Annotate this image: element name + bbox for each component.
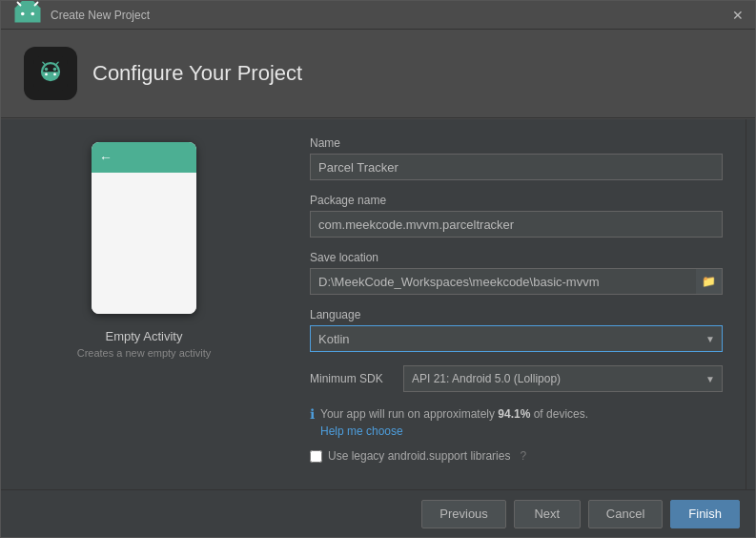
- package-group: Package name: [310, 194, 723, 238]
- close-button[interactable]: ✕: [730, 8, 746, 23]
- language-select[interactable]: Java Kotlin: [310, 325, 723, 352]
- package-label: Package name: [310, 194, 723, 207]
- previous-button[interactable]: Previous: [421, 500, 506, 528]
- scrollbar-column: [746, 119, 755, 489]
- phone-top-bar: ←: [92, 142, 196, 173]
- help-me-choose-link[interactable]: Help me choose: [320, 423, 588, 440]
- sdk-group: Minimum SDK API 16: Android 4.1 (Jelly B…: [310, 365, 723, 392]
- info-icon: ℹ: [310, 406, 315, 422]
- hint-post: of devices.: [530, 407, 588, 421]
- activity-description: Creates a new empty activity: [77, 347, 212, 359]
- sdk-label: Minimum SDK: [310, 372, 396, 385]
- svg-point-1: [21, 11, 25, 15]
- next-button[interactable]: Next: [514, 500, 581, 528]
- android-studio-logo: [33, 56, 68, 91]
- sdk-select-wrap: API 16: Android 4.1 (Jelly Bean) API 17:…: [403, 365, 723, 392]
- hint-pre: Your app will run on approximately: [320, 407, 498, 421]
- phone-preview: ←: [92, 142, 196, 314]
- finish-button[interactable]: Finish: [670, 500, 740, 528]
- back-arrow-icon: ←: [99, 150, 112, 165]
- sdk-row: Minimum SDK API 16: Android 4.1 (Jelly B…: [310, 365, 723, 392]
- hint-percentage: 94.1%: [498, 407, 530, 421]
- header: Configure Your Project: [1, 30, 755, 118]
- legacy-checkbox[interactable]: [310, 450, 322, 463]
- sdk-hint-row: ℹ Your app will run on approximately 94.…: [310, 405, 723, 440]
- cancel-button[interactable]: Cancel: [588, 500, 663, 528]
- legacy-help-icon[interactable]: ?: [520, 449, 526, 463]
- sdk-select[interactable]: API 16: Android 4.1 (Jelly Bean) API 17:…: [403, 365, 723, 392]
- svg-point-7: [45, 68, 49, 72]
- name-group: Name: [310, 136, 723, 180]
- left-panel: ← Empty Activity Creates a new empty act…: [1, 119, 287, 489]
- legacy-checkbox-label[interactable]: Use legacy android.support libraries: [328, 449, 510, 463]
- language-group: Language Java Kotlin: [310, 308, 723, 352]
- svg-point-2: [31, 11, 34, 15]
- save-location-input[interactable]: [310, 268, 696, 295]
- title-bar-icon: [10, 0, 45, 32]
- title-bar: Create New Project ✕: [1, 1, 755, 30]
- language-label: Language: [310, 308, 723, 321]
- title-bar-text: Create New Project: [51, 9, 730, 22]
- header-title: Configure Your Project: [92, 61, 302, 86]
- svg-point-8: [53, 68, 57, 72]
- legacy-checkbox-row: Use legacy android.support libraries ?: [310, 449, 723, 463]
- folder-icon: 📁: [702, 275, 716, 288]
- header-icon-wrap: [24, 47, 77, 100]
- footer: Previous Next Cancel Finish: [1, 489, 755, 537]
- name-input[interactable]: [310, 154, 723, 180]
- save-location-label: Save location: [310, 251, 723, 264]
- activity-type-label: Empty Activity: [106, 329, 183, 343]
- folder-browse-button[interactable]: 📁: [696, 268, 723, 295]
- save-location-row: 📁: [310, 268, 723, 295]
- svg-point-11: [45, 73, 48, 76]
- name-label: Name: [310, 136, 723, 150]
- right-panel: Name Package name Save location 📁: [287, 119, 746, 489]
- save-location-group: Save location 📁: [310, 251, 723, 295]
- content-area: ← Empty Activity Creates a new empty act…: [1, 119, 755, 489]
- phone-body: [92, 173, 196, 314]
- package-input[interactable]: [310, 211, 723, 238]
- svg-point-12: [53, 73, 56, 76]
- sdk-hint-text: Your app will run on approximately 94.1%…: [320, 405, 588, 440]
- language-select-wrap: Java Kotlin: [310, 325, 723, 352]
- main-window: Create New Project ✕ Configure Your Proj…: [0, 0, 756, 538]
